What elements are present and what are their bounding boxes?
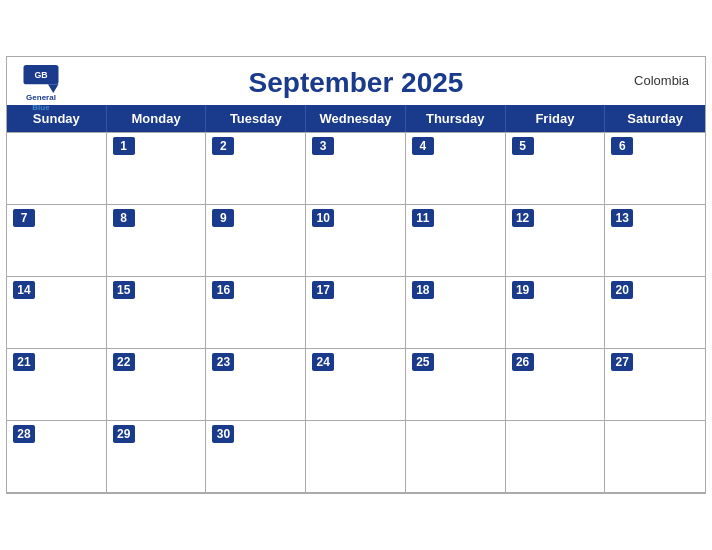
date-number: 3	[312, 137, 334, 155]
calendar-cell: 12	[506, 205, 606, 277]
date-number: 4	[412, 137, 434, 155]
date-number: 8	[113, 209, 135, 227]
date-number: 20	[611, 281, 633, 299]
calendar-cell: 20	[605, 277, 705, 349]
calendar-cell: 9	[206, 205, 306, 277]
calendar-cell: 17	[306, 277, 406, 349]
calendar-grid: 1234567891011121314151617181920212223242…	[7, 132, 705, 493]
brand-general: General	[26, 93, 56, 102]
date-number: 19	[512, 281, 534, 299]
day-wednesday: Wednesday	[306, 105, 406, 132]
calendar-cell	[7, 133, 107, 205]
calendar-header: GB General Blue September 2025 Colombia	[7, 57, 705, 105]
calendar-cell: 5	[506, 133, 606, 205]
calendar-cell: 2	[206, 133, 306, 205]
date-number: 10	[312, 209, 334, 227]
calendar-cell: 26	[506, 349, 606, 421]
date-number: 2	[212, 137, 234, 155]
calendar-cell: 10	[306, 205, 406, 277]
calendar-cell: 29	[107, 421, 207, 493]
date-number: 9	[212, 209, 234, 227]
brand-blue: Blue	[32, 103, 49, 112]
day-tuesday: Tuesday	[206, 105, 306, 132]
calendar-cell: 11	[406, 205, 506, 277]
date-number: 7	[13, 209, 35, 227]
brand-logo-area: GB General Blue	[23, 65, 59, 112]
svg-marker-2	[48, 84, 59, 93]
calendar-cell: 23	[206, 349, 306, 421]
day-monday: Monday	[107, 105, 207, 132]
calendar-cell: 3	[306, 133, 406, 205]
date-number: 22	[113, 353, 135, 371]
calendar-cell: 19	[506, 277, 606, 349]
calendar-cell: 18	[406, 277, 506, 349]
date-number: 12	[512, 209, 534, 227]
calendar-cell	[306, 421, 406, 493]
calendar-cell: 15	[107, 277, 207, 349]
calendar-cell: 30	[206, 421, 306, 493]
date-number: 13	[611, 209, 633, 227]
date-number: 26	[512, 353, 534, 371]
date-number: 17	[312, 281, 334, 299]
date-number: 24	[312, 353, 334, 371]
calendar-cell: 24	[306, 349, 406, 421]
date-number: 30	[212, 425, 234, 443]
calendar-cell	[406, 421, 506, 493]
calendar-cell: 21	[7, 349, 107, 421]
generalblue-logo: GB	[23, 65, 59, 93]
calendar-cell: 1	[107, 133, 207, 205]
calendar-cell: 4	[406, 133, 506, 205]
country-label: Colombia	[634, 73, 689, 88]
date-number: 29	[113, 425, 135, 443]
date-number: 23	[212, 353, 234, 371]
calendar-cell: 14	[7, 277, 107, 349]
date-number: 1	[113, 137, 135, 155]
date-number: 16	[212, 281, 234, 299]
calendar-cell: 28	[7, 421, 107, 493]
calendar-cell: 6	[605, 133, 705, 205]
calendar-cell: 13	[605, 205, 705, 277]
day-friday: Friday	[506, 105, 606, 132]
date-number: 6	[611, 137, 633, 155]
date-number: 15	[113, 281, 135, 299]
svg-text:GB: GB	[34, 70, 47, 80]
date-number: 28	[13, 425, 35, 443]
calendar-cell: 8	[107, 205, 207, 277]
calendar-container: GB General Blue September 2025 Colombia …	[6, 56, 706, 494]
calendar-cell: 16	[206, 277, 306, 349]
date-number: 14	[13, 281, 35, 299]
days-header: Sunday Monday Tuesday Wednesday Thursday…	[7, 105, 705, 132]
date-number: 21	[13, 353, 35, 371]
calendar-title: September 2025	[249, 67, 464, 99]
calendar-cell: 27	[605, 349, 705, 421]
date-number: 27	[611, 353, 633, 371]
day-thursday: Thursday	[406, 105, 506, 132]
calendar-cell: 7	[7, 205, 107, 277]
date-number: 11	[412, 209, 434, 227]
date-number: 25	[412, 353, 434, 371]
calendar-cell	[605, 421, 705, 493]
date-number: 18	[412, 281, 434, 299]
calendar-cell	[506, 421, 606, 493]
date-number: 5	[512, 137, 534, 155]
calendar-cell: 25	[406, 349, 506, 421]
day-saturday: Saturday	[605, 105, 705, 132]
calendar-cell: 22	[107, 349, 207, 421]
